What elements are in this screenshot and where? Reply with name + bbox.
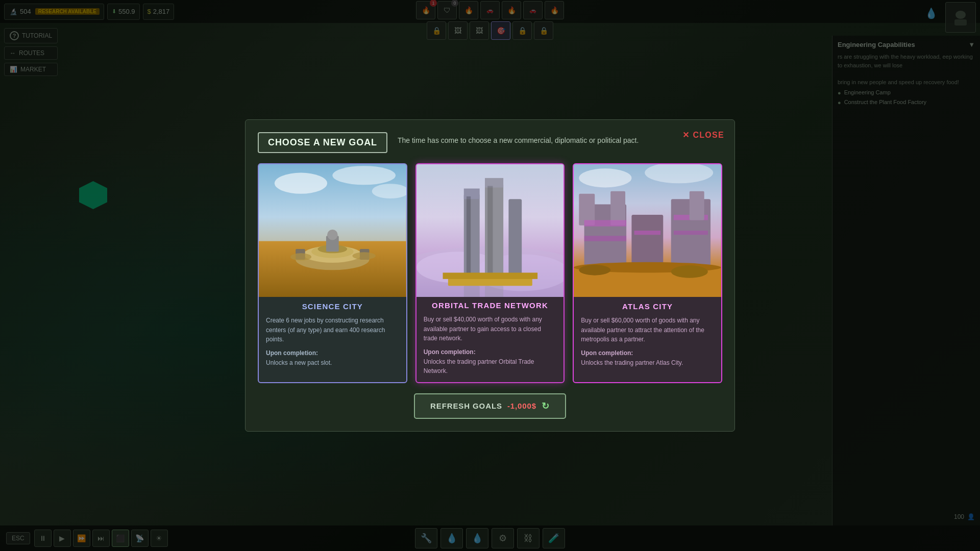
orbital-trade-network-card[interactable]: ORBITAL TRADE NETWORK Buy or sell $40,00… [415, 163, 565, 383]
close-label: CLOSE [693, 131, 724, 140]
svg-rect-39 [584, 236, 626, 241]
svg-rect-45 [690, 191, 704, 220]
orbital-description: Buy or sell $40,000 worth of goods with … [416, 313, 564, 382]
science-city-name: SCIENCE CITY [259, 297, 406, 314]
svg-rect-27 [487, 186, 493, 276]
svg-point-48 [579, 265, 611, 276]
svg-rect-26 [467, 196, 471, 276]
svg-point-4 [275, 173, 327, 194]
svg-rect-31 [485, 286, 503, 297]
svg-rect-22 [463, 189, 479, 199]
refresh-cost: -1,000$ [507, 402, 536, 410]
svg-point-16 [353, 252, 376, 259]
atlas-city-card[interactable]: ATLAS CITY Buy or sell $60,000 worth of … [573, 163, 722, 383]
svg-point-49 [671, 265, 708, 278]
svg-rect-44 [674, 231, 708, 235]
science-city-artwork [259, 164, 406, 297]
refresh-icon: ↻ [542, 400, 550, 412]
modal-overlay: CHOOSE A NEW GOAL The time has come to c… [0, 0, 980, 551]
svg-rect-30 [463, 286, 479, 297]
orbital-image [416, 164, 564, 297]
svg-rect-21 [463, 194, 479, 278]
atlas-image [574, 164, 721, 297]
modal-subtitle: The time has come to choose a new commer… [398, 132, 639, 146]
science-city-image [259, 164, 406, 297]
atlas-city-name: ATLAS CITY [574, 297, 721, 314]
science-city-card[interactable]: SCIENCE CITY Create 6 new jobs by constr… [258, 163, 407, 383]
orbital-artwork [416, 164, 564, 297]
modal-title: CHOOSE A NEW GOAL [258, 132, 387, 153]
refresh-goals-button[interactable]: REFRESH GOALS -1,000$ ↻ [414, 393, 566, 419]
modal-header: CHOOSE A NEW GOAL The time has come to c… [258, 132, 722, 153]
close-button[interactable]: ✕ CLOSE [682, 130, 724, 140]
cards-container: SCIENCE CITY Create 6 new jobs by constr… [258, 163, 722, 383]
refresh-label: REFRESH GOALS [430, 402, 502, 410]
svg-point-5 [332, 166, 396, 185]
close-x-icon: ✕ [682, 130, 690, 140]
svg-point-33 [579, 169, 632, 188]
orbital-name: ORBITAL TRADE NETWORK [416, 297, 564, 313]
svg-rect-25 [508, 199, 522, 278]
science-city-description: Create 6 new jobs by constructing resear… [259, 314, 406, 373]
atlas-city-description: Buy or sell $60,000 worth of goods with … [574, 314, 721, 373]
svg-rect-29 [443, 273, 537, 279]
svg-point-15 [290, 254, 311, 261]
svg-rect-41 [634, 231, 661, 235]
svg-point-12 [327, 230, 338, 240]
svg-rect-38 [584, 220, 626, 227]
goal-selection-modal: CHOOSE A NEW GOAL The time has come to c… [245, 119, 735, 432]
atlas-artwork [574, 164, 721, 297]
